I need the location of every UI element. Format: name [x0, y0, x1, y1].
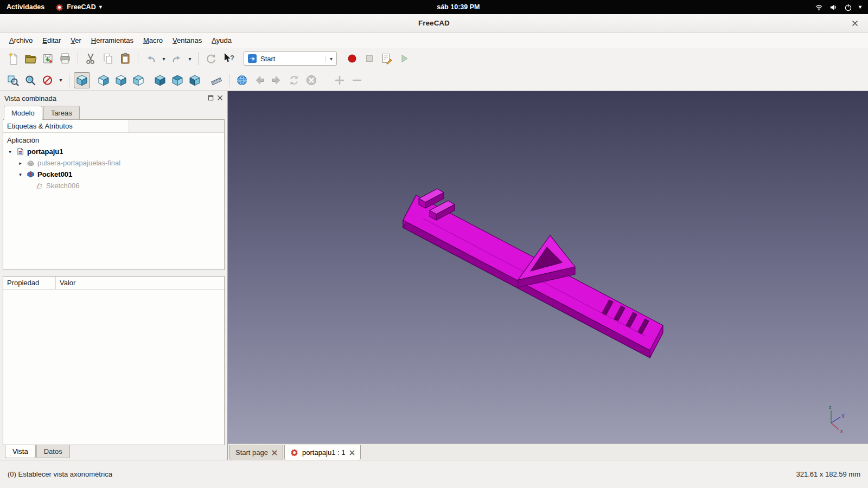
- browser-stop-button[interactable]: [303, 72, 320, 88]
- view-right-button[interactable]: [130, 72, 146, 88]
- menu-herramientas[interactable]: Herramientas: [86, 34, 138, 47]
- macro-edit-button[interactable]: [379, 50, 395, 67]
- redo-dropdown-button[interactable]: ▾: [186, 50, 194, 67]
- undo-dropdown-button[interactable]: ▾: [160, 50, 168, 67]
- app-menu-caret-icon: ▾: [99, 4, 102, 10]
- browser-forward-button[interactable]: [269, 72, 285, 88]
- redo-button[interactable]: [169, 50, 185, 67]
- forward-arrow-icon: [270, 74, 283, 87]
- browser-refresh-button[interactable]: [286, 72, 302, 88]
- tab-start-page[interactable]: Start page: [229, 445, 283, 460]
- toolbar-separator: [138, 52, 138, 65]
- property-editor: Propiedad Valor: [3, 276, 225, 445]
- measure-icon: [210, 74, 223, 87]
- expander-expanded-icon[interactable]: ▾: [7, 149, 13, 155]
- back-arrow-icon: [253, 74, 266, 87]
- app-menu-button[interactable]: FreeCAD ▾: [55, 3, 102, 11]
- panel-splitter[interactable]: [3, 270, 225, 276]
- paste-button[interactable]: [117, 50, 133, 67]
- panel-title: Vista combinada: [4, 94, 56, 102]
- activities-button[interactable]: Actividades: [7, 3, 44, 11]
- whats-this-button[interactable]: ?: [220, 50, 237, 67]
- tab-portapaju1[interactable]: portapaju1 : 1: [284, 445, 361, 460]
- record-icon: [346, 52, 359, 65]
- zoom-out-button[interactable]: [349, 72, 365, 88]
- panel-close-button[interactable]: [217, 94, 223, 102]
- view-axonometric-button[interactable]: [74, 72, 90, 88]
- clock[interactable]: sáb 10:39 PM: [437, 3, 480, 11]
- power-icon: [844, 3, 852, 11]
- window-close-button[interactable]: [850, 18, 860, 29]
- chevron-down-icon: ▾: [59, 77, 62, 83]
- tree-item-portapaju1[interactable]: ▾ portapaju1: [3, 146, 224, 157]
- undo-button[interactable]: [143, 50, 159, 67]
- combined-view-panel: Vista combinada Modelo Tareas Etiquetas …: [0, 91, 228, 460]
- tab-tareas[interactable]: Tareas: [43, 106, 80, 119]
- draw-style-dropdown-button[interactable]: ▾: [57, 72, 65, 88]
- view-left-button[interactable]: [187, 72, 203, 88]
- tree-item-sketch006[interactable]: Sketch006: [3, 180, 224, 191]
- workbench-selector[interactable]: Start ▾: [244, 52, 337, 66]
- macro-record-button[interactable]: [344, 50, 360, 67]
- fit-selection-button[interactable]: [22, 72, 39, 88]
- freecad-logo-icon: [55, 3, 63, 11]
- property-list-empty[interactable]: [3, 290, 224, 445]
- tree-item-pocket001[interactable]: ▾ Pocket001: [3, 169, 224, 180]
- menu-ventanas[interactable]: Ventanas: [168, 34, 207, 47]
- tree-root-application[interactable]: Aplicación: [3, 134, 224, 146]
- toolbar-file: ▾ ▾ ? Start ▾: [0, 48, 868, 69]
- copy-button[interactable]: [100, 50, 116, 67]
- menu-editar[interactable]: Editar: [37, 34, 66, 47]
- menu-ayuda[interactable]: Ayuda: [207, 34, 237, 47]
- tab-close-button[interactable]: [272, 450, 277, 455]
- toolbar-separator: [229, 74, 229, 87]
- menu-archivo[interactable]: Archivo: [4, 34, 37, 47]
- view-front-button[interactable]: [95, 72, 112, 88]
- expander-collapsed-icon[interactable]: ▸: [17, 160, 23, 166]
- toolbar-separator: [198, 52, 199, 65]
- macro-play-button[interactable]: [396, 50, 412, 67]
- tree-item-pulsera[interactable]: ▸ pulsera-portapajuelas-final: [3, 157, 224, 169]
- new-file-button[interactable]: [5, 50, 21, 67]
- fit-all-button[interactable]: [5, 72, 21, 88]
- tab-modelo[interactable]: Modelo: [4, 106, 42, 120]
- tab-datos[interactable]: Datos: [36, 445, 70, 458]
- 3d-model-canvas[interactable]: z y x: [228, 91, 867, 444]
- browser-back-button[interactable]: [251, 72, 267, 88]
- mdi-tab-label: Start page: [235, 448, 268, 457]
- tree-root-label: Aplicación: [7, 136, 39, 144]
- close-icon: [272, 450, 277, 455]
- tree-item-label: portapaju1: [27, 147, 63, 156]
- 3d-viewport[interactable]: z y x Start page portapaju1 : 1: [228, 91, 868, 460]
- measure-button[interactable]: [208, 72, 225, 88]
- left-cube-icon: [188, 74, 201, 87]
- property-column-header: Propiedad: [3, 277, 56, 289]
- print-button[interactable]: [57, 50, 73, 67]
- save-button[interactable]: [40, 50, 56, 67]
- property-view-tabs: Vista Datos: [3, 445, 225, 460]
- open-folder-icon: [24, 52, 37, 65]
- menu-macro[interactable]: Macro: [138, 34, 168, 47]
- macro-stop-button[interactable]: [361, 50, 378, 67]
- draw-style-button[interactable]: [40, 72, 56, 88]
- tab-vista[interactable]: Vista: [5, 445, 36, 458]
- viewport-dimensions: 321.61 x 182.59 mm: [796, 470, 860, 478]
- menu-bar: Archivo Editar Ver Herramientas Macro Ve…: [0, 33, 868, 48]
- panel-float-button[interactable]: [208, 94, 214, 102]
- expander-expanded-icon[interactable]: ▾: [17, 172, 23, 177]
- view-rear-button[interactable]: [152, 72, 168, 88]
- zoom-in-button[interactable]: [331, 72, 348, 88]
- view-top-button[interactable]: [113, 72, 129, 88]
- cut-button[interactable]: [82, 50, 99, 67]
- view-bottom-button[interactable]: [169, 72, 186, 88]
- tab-close-button[interactable]: [349, 450, 355, 455]
- menu-ver[interactable]: Ver: [66, 34, 86, 47]
- open-file-button[interactable]: [22, 50, 39, 67]
- system-tray[interactable]: ▾: [815, 3, 861, 11]
- refresh-button[interactable]: [203, 50, 219, 67]
- panel-tab-bar: Modelo Tareas: [3, 104, 225, 119]
- chevron-down-icon: ▾: [326, 56, 333, 62]
- web-home-button[interactable]: [234, 72, 250, 88]
- workbench-selected-label: Start: [260, 55, 275, 63]
- tree-column-header: Etiquetas & Atributos: [3, 120, 129, 132]
